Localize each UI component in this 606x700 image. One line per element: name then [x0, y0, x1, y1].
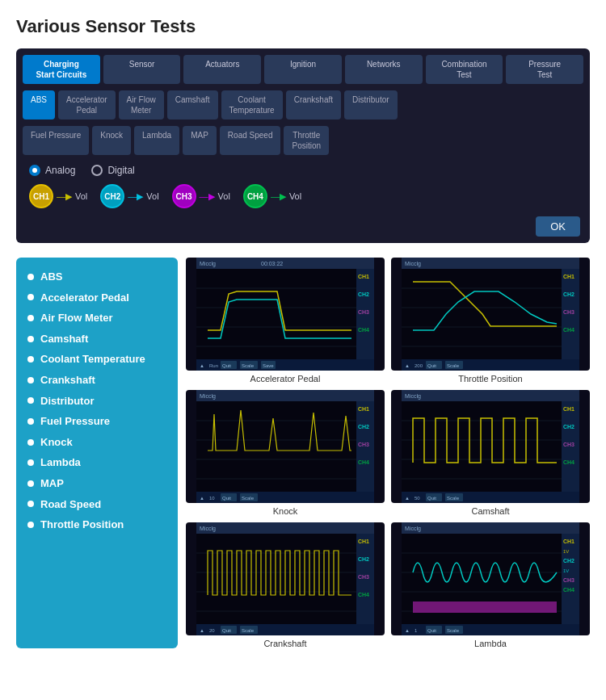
chart-svg-throttle: Micclg CH1 CH2 CH3 CH4 — [391, 258, 590, 371]
svg-text:Quit: Quit — [427, 628, 436, 633]
sidebar-item-throttle[interactable]: Throttle Position — [27, 518, 166, 531]
subtab-lambda[interactable]: Lambda — [134, 126, 179, 155]
ch3-badge[interactable]: CH3 — [172, 184, 196, 208]
svg-text:CH2: CH2 — [563, 558, 574, 564]
svg-rect-99 — [402, 522, 579, 534]
svg-text:Save: Save — [263, 363, 274, 368]
svg-text:Run: Run — [209, 363, 218, 368]
subtab-camshaft[interactable]: Camshaft — [167, 90, 218, 119]
sidebar-label-lambda: Lambda — [40, 456, 81, 469]
svg-rect-105 — [413, 601, 557, 613]
chart-box-throttle: Micclg CH1 CH2 CH3 CH4 — [391, 258, 590, 371]
ch1-group: CH1 —▶ Vol — [29, 184, 87, 208]
subtab-crankshaft[interactable]: Crankshaft — [286, 90, 341, 119]
svg-text:CH4: CH4 — [563, 587, 574, 593]
tab-sensor[interactable]: Sensor — [103, 55, 181, 84]
svg-text:CH1: CH1 — [563, 406, 574, 412]
bullet-fuel — [27, 418, 34, 425]
sidebar-label-distributor: Distributor — [40, 395, 94, 408]
subtab-abs[interactable]: ABS — [23, 90, 55, 119]
tab-actuators[interactable]: Actuators — [183, 55, 261, 84]
ch4-badge[interactable]: CH4 — [243, 184, 267, 208]
chart-label-accel: Accelerator Pedal — [250, 374, 321, 384]
svg-text:CH4: CH4 — [563, 459, 574, 465]
sidebar-item-accel[interactable]: Accelerator Pedal — [27, 291, 166, 304]
svg-text:CH3: CH3 — [358, 574, 369, 580]
sidebar-item-distributor[interactable]: Distributor — [27, 395, 166, 408]
svg-text:CH1: CH1 — [358, 406, 369, 412]
svg-text:CH1: CH1 — [358, 539, 369, 544]
chart-svg-accel: Micclg 00:03:22 CH1 C — [186, 258, 385, 371]
svg-rect-23 — [402, 258, 579, 269]
sidebar-item-crankshaft[interactable]: Crankshaft — [27, 374, 166, 387]
sub-tabs-row1: ABS AcceleratorPedal Air FlowMeter Camsh… — [23, 90, 583, 119]
sidebar-item-fuel[interactable]: Fuel Pressure — [27, 415, 166, 428]
subtab-distributor[interactable]: Distributor — [344, 90, 398, 119]
ok-button[interactable]: OK — [536, 216, 580, 237]
svg-text:1V: 1V — [563, 568, 569, 573]
sidebar-item-coolant[interactable]: Coolant Temperature — [27, 353, 166, 366]
sidebar-item-camshaft[interactable]: Camshaft — [27, 333, 166, 346]
subtab-airflow[interactable]: Air FlowMeter — [119, 90, 164, 119]
sidebar-label-map: MAP — [40, 477, 64, 490]
sidebar-item-knock[interactable]: Knock — [27, 436, 166, 449]
svg-text:Quit: Quit — [427, 496, 436, 501]
chart-grid-area: Micclg 00:03:22 CH1 C — [186, 258, 590, 648]
svg-text:CH1: CH1 — [563, 539, 574, 544]
chart-svg-knock: Micclg CH1 CH2 CH3 CH4 ▲ — [186, 390, 385, 503]
ch1-badge[interactable]: CH1 — [29, 184, 53, 208]
sidebar-item-airflow[interactable]: Air Flow Meter — [27, 312, 166, 325]
svg-text:Scale: Scale — [242, 496, 255, 501]
sidebar-label-crankshaft: Crankshaft — [40, 374, 95, 387]
subtab-accel[interactable]: AcceleratorPedal — [58, 90, 116, 119]
svg-text:▲: ▲ — [200, 496, 204, 501]
subtab-throttle[interactable]: ThrottlePosition — [284, 126, 329, 155]
svg-text:00:03:22: 00:03:22 — [261, 261, 283, 266]
radio-digital-label: Digital — [107, 165, 134, 176]
svg-rect-61 — [402, 390, 579, 401]
svg-text:20: 20 — [209, 628, 215, 633]
bullet-map — [27, 480, 34, 487]
channel-row: CH1 —▶ Vol CH2 —▶ Vol CH3 —▶ Vol CH4 —▶ … — [23, 179, 583, 213]
bottom-section: ABS Accelerator Pedal Air Flow Meter Cam… — [16, 258, 590, 648]
tab-charging[interactable]: ChargingStart Circuits — [23, 55, 100, 84]
svg-text:Scale: Scale — [242, 628, 255, 633]
svg-text:CH3: CH3 — [563, 442, 574, 447]
svg-rect-42 — [196, 390, 374, 401]
subtab-roadspeed[interactable]: Road Speed — [220, 126, 281, 155]
ch1-arrow: —▶ — [57, 191, 72, 202]
subtab-map[interactable]: MAP — [183, 126, 217, 155]
ch2-label: Vol — [146, 191, 158, 201]
radio-analog[interactable]: Analog — [29, 165, 75, 176]
svg-text:CH3: CH3 — [563, 577, 574, 583]
svg-text:CH3: CH3 — [563, 309, 574, 315]
radio-digital[interactable]: Digital — [91, 165, 134, 176]
ch3-label: Vol — [218, 191, 230, 201]
radio-analog-label: Analog — [45, 165, 75, 176]
tab-ignition[interactable]: Ignition — [264, 55, 342, 84]
sidebar-label-knock: Knock — [40, 436, 73, 449]
tab-pressure[interactable]: PressureTest — [506, 55, 583, 84]
svg-text:50: 50 — [415, 496, 420, 501]
svg-text:Micclg: Micclg — [405, 261, 421, 267]
top-panel: ChargingStart Circuits Sensor Actuators … — [16, 48, 590, 243]
chart-box-knock: Micclg CH1 CH2 CH3 CH4 ▲ — [186, 390, 385, 503]
svg-text:CH4: CH4 — [358, 327, 369, 333]
subtab-coolant[interactable]: CoolantTemperature — [221, 90, 283, 119]
svg-text:▲: ▲ — [405, 628, 410, 633]
sidebar-item-map[interactable]: MAP — [27, 477, 166, 490]
sidebar-item-abs[interactable]: ABS — [27, 270, 166, 283]
tab-networks[interactable]: Networks — [345, 55, 423, 84]
tab-combination[interactable]: CombinationTest — [426, 55, 503, 84]
subtab-fuel[interactable]: Fuel Pressure — [23, 126, 89, 155]
chart-svg-camshaft: Micclg CH1 CH2 CH3 CH4 ▲ — [391, 390, 590, 503]
sidebar-item-lambda[interactable]: Lambda — [27, 456, 166, 469]
svg-text:1V: 1V — [563, 549, 569, 554]
sidebar-item-roadspeed[interactable]: Road Speed — [27, 498, 166, 511]
chart-item-knock: Micclg CH1 CH2 CH3 CH4 ▲ — [186, 390, 385, 516]
svg-text:Micclg: Micclg — [200, 261, 216, 267]
ch2-badge[interactable]: CH2 — [100, 184, 124, 208]
subtab-knock[interactable]: Knock — [92, 126, 131, 155]
ch3-group: CH3 —▶ Vol — [172, 184, 230, 208]
svg-rect-1 — [196, 258, 374, 269]
